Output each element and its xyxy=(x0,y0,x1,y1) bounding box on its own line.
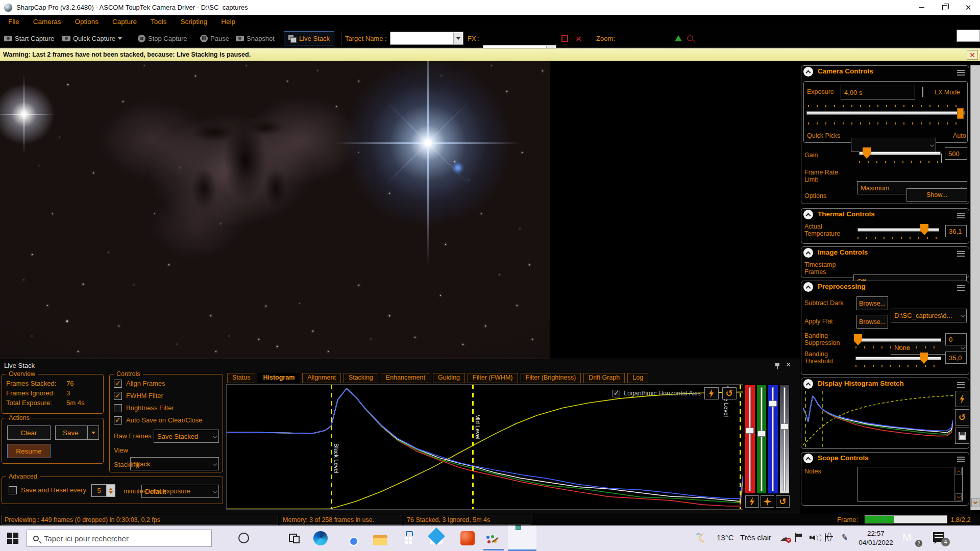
tray-app-icon-m[interactable]: M xyxy=(902,532,911,544)
resume-button[interactable]: Resume xyxy=(7,444,51,458)
view-dropdown[interactable]: Stack xyxy=(130,457,219,470)
fwhm-filter-checkbox[interactable] xyxy=(114,392,122,400)
temperature-slider-thumb[interactable] xyxy=(920,224,928,235)
collapse-button[interactable] xyxy=(803,454,813,463)
tab-filter-fwhm[interactable]: Filter (FWHM) xyxy=(468,373,518,383)
target-name-dropdown[interactable] xyxy=(390,32,463,45)
scroll-down-button[interactable] xyxy=(971,498,979,507)
level-bar-handle[interactable] xyxy=(757,431,766,437)
start-capture-button[interactable]: Start Capture xyxy=(4,29,54,48)
warning-close-button[interactable]: ✕ xyxy=(967,50,978,60)
auto-stretch-button[interactable] xyxy=(745,495,759,508)
scroll-up-button[interactable] xyxy=(955,468,962,475)
tab-filter-brightness[interactable]: Filter (Brightness) xyxy=(521,373,581,383)
save-stretch-button[interactable] xyxy=(955,428,969,444)
banding-suppression-value[interactable]: 0 xyxy=(945,333,967,345)
panel-menu-icon[interactable] xyxy=(957,211,965,219)
network-icon[interactable] xyxy=(825,533,826,542)
menu-cameras[interactable]: Cameras xyxy=(33,18,61,26)
cortana-button[interactable] xyxy=(238,533,249,543)
weather-description[interactable]: Très clair xyxy=(740,533,771,542)
magnifier-button[interactable] xyxy=(687,29,693,48)
banding-threshold-slider[interactable] xyxy=(855,357,941,360)
stretch-level-line[interactable] xyxy=(805,391,806,447)
histogram-plot[interactable]: Black Level Mid Level White Level Logari… xyxy=(226,384,743,510)
scroll-down-button[interactable] xyxy=(955,493,962,500)
menu-help[interactable]: Help xyxy=(221,18,235,26)
stretch-level-line[interactable] xyxy=(822,391,823,447)
log-axis-checkbox[interactable] xyxy=(612,390,620,397)
sharpcap-taskbar-button[interactable] xyxy=(508,525,536,551)
spinner-arrows[interactable] xyxy=(107,484,115,497)
gain-value[interactable]: 500 xyxy=(945,147,967,160)
panel-menu-icon[interactable] xyxy=(957,381,965,389)
collapse-button[interactable] xyxy=(803,210,813,219)
selection-area-button[interactable] xyxy=(561,29,568,48)
level-bar[interactable] xyxy=(745,385,755,493)
gain-slider[interactable] xyxy=(859,152,941,155)
onedrive-error-icon[interactable]: ☁ xyxy=(780,532,790,543)
auto-checkbox[interactable] xyxy=(941,154,942,163)
black-level-line[interactable] xyxy=(331,385,332,509)
tab-log[interactable]: Log xyxy=(627,373,648,383)
level-bar[interactable] xyxy=(757,385,767,493)
raw-frames-dropdown[interactable]: Save Stacked xyxy=(154,430,219,443)
auto-color-button[interactable] xyxy=(761,495,774,508)
collapse-button[interactable] xyxy=(803,67,813,77)
tab-guiding[interactable]: Guiding xyxy=(433,373,465,383)
minimize-button[interactable] xyxy=(910,0,933,15)
exposure-slider[interactable] xyxy=(806,111,965,115)
minutes-value[interactable]: 5 xyxy=(91,484,107,497)
auto-save-checkbox[interactable] xyxy=(114,416,122,424)
panel-close-icon[interactable]: × xyxy=(786,361,791,369)
task-view-button[interactable] xyxy=(289,534,298,542)
volume-icon[interactable] xyxy=(810,533,821,542)
start-button[interactable] xyxy=(7,533,18,544)
notes-textarea[interactable] xyxy=(857,467,963,502)
auto-stretch-button[interactable] xyxy=(704,387,719,399)
collapse-button[interactable] xyxy=(803,248,813,258)
exposure-input[interactable]: 4,00 s xyxy=(841,86,915,99)
banding-suppression-slider[interactable] xyxy=(855,338,941,342)
brightness-filter-checkbox[interactable] xyxy=(114,404,122,412)
snapshot-button[interactable]: Snapshot xyxy=(236,29,275,48)
level-bar-handle[interactable] xyxy=(746,428,754,434)
panel-menu-icon[interactable] xyxy=(957,68,965,77)
clock[interactable]: 22:57 04/01/2022 xyxy=(856,529,895,547)
banding-threshold-thumb[interactable] xyxy=(920,353,928,364)
collapse-button[interactable] xyxy=(803,282,813,292)
banding-suppression-thumb[interactable] xyxy=(854,334,862,345)
menu-file[interactable]: File xyxy=(8,18,19,26)
edge-icon[interactable] xyxy=(313,531,328,545)
save-button[interactable]: Save xyxy=(55,425,99,440)
save-reset-checkbox[interactable] xyxy=(9,486,17,494)
gain-slider-thumb[interactable] xyxy=(863,147,871,159)
live-stack-button[interactable]: Live Stack xyxy=(284,31,334,45)
weather-temperature[interactable]: 13°C xyxy=(717,533,734,542)
pause-button[interactable]: Pause xyxy=(200,29,229,48)
collapse-button[interactable] xyxy=(803,379,813,389)
menu-tools[interactable]: Tools xyxy=(151,18,167,26)
histogram-toggle-button[interactable] xyxy=(675,29,682,48)
office-icon[interactable] xyxy=(460,531,475,545)
reset-stretch-button[interactable]: ↺ xyxy=(955,409,969,425)
show-options-button[interactable]: Show... xyxy=(906,188,967,202)
menu-capture[interactable]: Capture xyxy=(112,18,137,26)
lx-mode-checkbox[interactable] xyxy=(922,87,923,97)
level-bar-handle[interactable] xyxy=(780,423,789,430)
exposure-slider-thumb[interactable] xyxy=(957,108,964,119)
panel-menu-icon[interactable] xyxy=(957,249,965,258)
level-bar[interactable] xyxy=(780,385,790,493)
pen-icon[interactable]: ✎ xyxy=(841,533,848,542)
tab-stacking[interactable]: Stacking xyxy=(344,373,378,383)
right-panel-scrollbar[interactable] xyxy=(970,65,980,510)
maximize-button[interactable] xyxy=(933,0,957,15)
search-input[interactable]: Taper ici pour rechercher xyxy=(27,530,212,547)
notes-scrollbar[interactable] xyxy=(954,467,962,501)
reset-levels-button[interactable]: ↺ xyxy=(722,387,737,399)
level-bar[interactable] xyxy=(768,385,778,493)
tab-histogram[interactable]: Histogram xyxy=(258,373,300,383)
apply-flat-browse-button[interactable]: Browse... xyxy=(856,315,888,329)
panel-menu-icon[interactable] xyxy=(957,455,965,463)
stop-capture-button[interactable]: Stop Capture xyxy=(138,29,187,48)
